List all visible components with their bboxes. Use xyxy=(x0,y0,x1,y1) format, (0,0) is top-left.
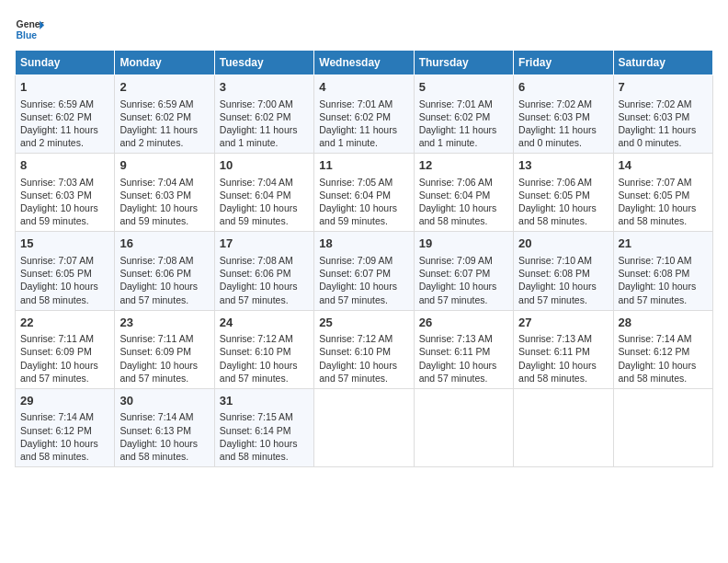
sunset: Sunset: 6:07 PM xyxy=(319,268,391,279)
col-header-thursday: Thursday xyxy=(414,51,513,75)
daylight-label: Daylight: 11 hours and 2 minutes. xyxy=(119,124,198,148)
day-number: 14 xyxy=(619,157,708,174)
day-cell: 21Sunrise: 7:10 AMSunset: 6:08 PMDayligh… xyxy=(613,232,712,310)
day-number: 9 xyxy=(119,157,209,174)
sunset: Sunset: 6:04 PM xyxy=(220,190,291,201)
sunrise: Sunrise: 7:04 AM xyxy=(119,177,193,188)
day-cell: 8Sunrise: 7:03 AMSunset: 6:03 PMDaylight… xyxy=(16,154,115,232)
daylight-label: Daylight: 10 hours and 57 minutes. xyxy=(220,281,298,304)
sunrise: Sunrise: 6:59 AM xyxy=(20,98,94,109)
sunset: Sunset: 6:05 PM xyxy=(20,268,92,279)
daylight-label: Daylight: 10 hours and 58 minutes. xyxy=(619,360,697,384)
daylight-label: Daylight: 10 hours and 58 minutes. xyxy=(518,360,597,384)
day-cell: 10Sunrise: 7:04 AMSunset: 6:04 PMDayligh… xyxy=(214,154,313,232)
day-cell: 6Sunrise: 7:02 AMSunset: 6:03 PMDaylight… xyxy=(514,75,613,154)
sunrise: Sunrise: 7:13 AM xyxy=(419,333,493,344)
sunrise: Sunrise: 7:13 AM xyxy=(518,333,592,344)
day-cell: 22Sunrise: 7:11 AMSunset: 6:09 PMDayligh… xyxy=(16,310,115,388)
day-number: 16 xyxy=(119,236,209,252)
day-number: 30 xyxy=(119,393,209,409)
sunset: Sunset: 6:11 PM xyxy=(419,346,491,357)
day-cell xyxy=(414,388,513,466)
daylight-label: Daylight: 11 hours and 0 minutes. xyxy=(518,124,597,148)
day-number: 27 xyxy=(518,315,608,331)
sunrise: Sunrise: 7:02 AM xyxy=(619,98,692,109)
day-cell: 12Sunrise: 7:06 AMSunset: 6:04 PMDayligh… xyxy=(414,154,513,232)
sunrise: Sunrise: 7:01 AM xyxy=(319,98,392,109)
svg-text:Blue: Blue xyxy=(17,30,38,40)
sunset: Sunset: 6:05 PM xyxy=(619,190,690,201)
day-number: 5 xyxy=(419,79,508,96)
daylight-label: Daylight: 10 hours and 57 minutes. xyxy=(119,360,198,384)
sunrise: Sunrise: 7:00 AM xyxy=(220,98,293,109)
sunrise: Sunrise: 7:15 AM xyxy=(220,411,293,422)
daylight-label: Daylight: 10 hours and 58 minutes. xyxy=(220,438,298,462)
day-number: 8 xyxy=(20,157,109,174)
sunset: Sunset: 6:03 PM xyxy=(119,190,191,201)
day-cell: 7Sunrise: 7:02 AMSunset: 6:03 PMDaylight… xyxy=(613,75,712,154)
week-row-3: 15Sunrise: 7:07 AMSunset: 6:05 PMDayligh… xyxy=(16,232,713,310)
sunset: Sunset: 6:02 PM xyxy=(20,111,92,122)
col-header-friday: Friday xyxy=(514,51,613,75)
day-number: 28 xyxy=(619,315,708,331)
sunrise: Sunrise: 7:01 AM xyxy=(419,98,493,109)
week-row-4: 22Sunrise: 7:11 AMSunset: 6:09 PMDayligh… xyxy=(16,310,713,388)
day-cell: 26Sunrise: 7:13 AMSunset: 6:11 PMDayligh… xyxy=(414,310,513,388)
sunset: Sunset: 6:08 PM xyxy=(619,268,690,279)
day-number: 24 xyxy=(220,315,309,331)
day-cell: 3Sunrise: 7:00 AMSunset: 6:02 PMDaylight… xyxy=(214,75,313,154)
day-number: 18 xyxy=(319,236,408,252)
col-header-saturday: Saturday xyxy=(613,51,712,75)
day-cell xyxy=(514,388,613,466)
day-number: 29 xyxy=(20,393,109,409)
day-number: 23 xyxy=(119,315,209,331)
sunrise: Sunrise: 7:11 AM xyxy=(119,333,193,344)
sunrise: Sunrise: 7:09 AM xyxy=(419,255,493,266)
day-cell: 20Sunrise: 7:10 AMSunset: 6:08 PMDayligh… xyxy=(514,232,613,310)
day-cell: 16Sunrise: 7:08 AMSunset: 6:06 PMDayligh… xyxy=(115,232,214,310)
daylight-label: Daylight: 10 hours and 57 minutes. xyxy=(319,281,397,304)
calendar-table: SundayMondayTuesdayWednesdayThursdayFrid… xyxy=(15,50,713,467)
daylight-label: Daylight: 10 hours and 59 minutes. xyxy=(220,202,298,226)
day-cell: 25Sunrise: 7:12 AMSunset: 6:10 PMDayligh… xyxy=(314,310,414,388)
sunset: Sunset: 6:02 PM xyxy=(119,111,191,122)
day-cell: 4Sunrise: 7:01 AMSunset: 6:02 PMDaylight… xyxy=(314,75,414,154)
header: General Blue xyxy=(15,15,713,44)
day-cell: 17Sunrise: 7:08 AMSunset: 6:06 PMDayligh… xyxy=(214,232,313,310)
col-header-wednesday: Wednesday xyxy=(314,51,414,75)
day-number: 25 xyxy=(319,315,408,331)
day-cell: 5Sunrise: 7:01 AMSunset: 6:02 PMDaylight… xyxy=(414,75,513,154)
sunset: Sunset: 6:04 PM xyxy=(319,190,391,201)
daylight-label: Daylight: 11 hours and 0 minutes. xyxy=(619,124,697,148)
daylight-label: Daylight: 10 hours and 59 minutes. xyxy=(20,202,98,226)
sunset: Sunset: 6:10 PM xyxy=(319,346,391,357)
sunset: Sunset: 6:12 PM xyxy=(619,346,690,357)
sunrise: Sunrise: 7:03 AM xyxy=(20,177,94,188)
daylight-label: Daylight: 10 hours and 57 minutes. xyxy=(319,360,397,384)
sunset: Sunset: 6:08 PM xyxy=(518,268,590,279)
sunrise: Sunrise: 7:07 AM xyxy=(619,177,692,188)
day-cell: 30Sunrise: 7:14 AMSunset: 6:13 PMDayligh… xyxy=(115,388,214,466)
sunrise: Sunrise: 7:11 AM xyxy=(20,333,94,344)
daylight-label: Daylight: 10 hours and 58 minutes. xyxy=(518,202,597,226)
sunrise: Sunrise: 7:09 AM xyxy=(319,255,392,266)
daylight-label: Daylight: 10 hours and 57 minutes. xyxy=(20,360,98,384)
daylight-label: Daylight: 10 hours and 57 minutes. xyxy=(119,281,198,304)
sunset: Sunset: 6:07 PM xyxy=(419,268,491,279)
day-cell: 18Sunrise: 7:09 AMSunset: 6:07 PMDayligh… xyxy=(314,232,414,310)
week-row-2: 8Sunrise: 7:03 AMSunset: 6:03 PMDaylight… xyxy=(16,154,713,232)
daylight-label: Daylight: 10 hours and 57 minutes. xyxy=(220,360,298,384)
week-row-1: 1Sunrise: 6:59 AMSunset: 6:02 PMDaylight… xyxy=(16,75,713,154)
sunset: Sunset: 6:06 PM xyxy=(119,268,191,279)
sunrise: Sunrise: 7:12 AM xyxy=(319,333,392,344)
sunset: Sunset: 6:03 PM xyxy=(20,190,92,201)
sunset: Sunset: 6:09 PM xyxy=(119,346,191,357)
daylight-label: Daylight: 10 hours and 57 minutes. xyxy=(419,360,497,384)
day-number: 7 xyxy=(619,79,708,96)
col-header-monday: Monday xyxy=(115,51,214,75)
col-header-tuesday: Tuesday xyxy=(214,51,313,75)
sunset: Sunset: 6:14 PM xyxy=(220,425,291,436)
daylight-label: Daylight: 11 hours and 1 minute. xyxy=(419,124,497,148)
logo-icon: General Blue xyxy=(15,15,44,44)
day-cell: 2Sunrise: 6:59 AMSunset: 6:02 PMDaylight… xyxy=(115,75,214,154)
